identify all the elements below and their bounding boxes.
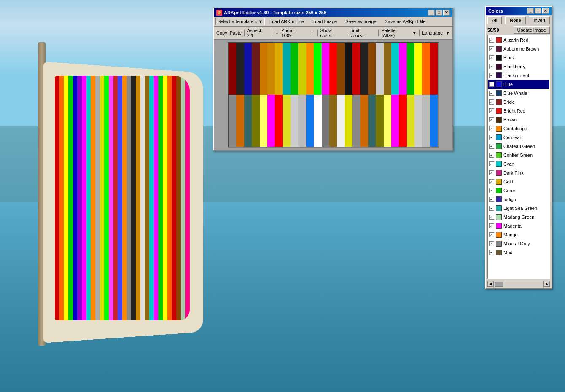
canvas-stripe (275, 95, 282, 147)
color-checkbox[interactable]: ✓ (489, 73, 494, 78)
limit-colors-btn[interactable]: Limit colors... (350, 28, 376, 38)
color-list-item[interactable]: ✓Brown (488, 115, 549, 124)
titlebar-controls[interactable]: _ □ ✕ (428, 10, 450, 16)
template-select[interactable]: Select a template... ▼ (215, 18, 265, 25)
copy-label[interactable]: Copy (216, 30, 227, 35)
colors-close-button[interactable]: ✕ (542, 8, 549, 14)
color-list-item[interactable]: ✓Madang Green (488, 212, 549, 221)
color-checkbox[interactable]: ✓ (489, 188, 494, 193)
load-image-btn[interactable]: Load Image (309, 18, 341, 25)
update-image-button[interactable]: Update image (514, 26, 550, 34)
none-button[interactable]: None (505, 16, 525, 24)
colors-minimize-button[interactable]: _ (527, 8, 534, 14)
scroll-right-arrow[interactable]: ▶ (544, 281, 550, 287)
color-list-item[interactable]: ✓Dark Pink (488, 168, 549, 177)
color-list-item[interactable]: ✓Cerulean (488, 133, 549, 142)
language-btn[interactable]: Language (422, 30, 443, 35)
save-image-btn[interactable]: Save as Image (342, 18, 380, 25)
color-list-item[interactable]: ✓Chateau Green (488, 142, 549, 150)
paste-label[interactable]: Paste (230, 30, 242, 35)
color-list-item[interactable]: ✓Blackberry (488, 62, 549, 71)
palette-arrow: ▼ (412, 30, 417, 35)
color-list-item[interactable]: ✓Bright Red (488, 106, 549, 115)
color-checkbox[interactable]: ✓ (489, 55, 494, 60)
zoom-minus[interactable]: - (275, 30, 279, 35)
color-list-item[interactable]: ✓Conifer Green (488, 150, 549, 159)
canvas-stripe (368, 43, 376, 95)
color-list-item[interactable]: ✓Mud (488, 248, 549, 257)
color-list-item[interactable]: ✓Blackcurrant (488, 71, 549, 80)
color-list-item[interactable]: ✓Blue Whale (488, 89, 549, 97)
color-checkbox[interactable]: ✓ (489, 46, 494, 51)
color-checkbox[interactable]: ✓ (489, 38, 494, 43)
canvas-stripe (314, 95, 321, 147)
canvas-stripe (314, 43, 321, 95)
close-button[interactable]: ✕ (443, 10, 450, 16)
sail-stripe (64, 76, 68, 320)
palette-btn[interactable]: Palette (Atlas) (381, 28, 409, 38)
color-checkbox[interactable]: ✓ (489, 197, 494, 202)
color-checkbox[interactable]: ✓ (489, 91, 494, 96)
color-list-item[interactable]: ✓Green (488, 186, 549, 195)
color-checkbox[interactable]: ✓ (489, 82, 494, 87)
sail-stripe (181, 76, 186, 320)
color-list-item[interactable]: ✓Magenta (488, 221, 549, 230)
color-list-item[interactable]: ✓Alizarin Red (488, 35, 549, 44)
color-list-item[interactable]: ✓Cyan (488, 159, 549, 168)
canvas-stripe (399, 95, 406, 147)
h-scrollbar[interactable] (493, 281, 544, 287)
invert-button[interactable]: Invert (529, 16, 550, 24)
sail-stripe (122, 76, 127, 320)
color-checkbox[interactable]: ✓ (489, 153, 494, 158)
sail-stripe (95, 76, 100, 320)
color-checkbox[interactable]: ✓ (489, 108, 494, 113)
color-list-item[interactable]: ✓Cantaloupe (488, 124, 549, 133)
color-checkbox[interactable]: ✓ (489, 161, 494, 166)
color-list-item[interactable]: ✓Light Sea Green (488, 204, 549, 212)
color-name-label: Dark Pink (503, 170, 524, 175)
color-checkbox[interactable]: ✓ (489, 126, 494, 131)
colors-titlebar-controls[interactable]: _ □ ✕ (527, 8, 549, 14)
color-swatch (496, 143, 502, 149)
h-scroll-thumb[interactable] (495, 282, 503, 287)
color-list-item[interactable]: ✓Mango (488, 230, 549, 239)
color-checkbox[interactable]: ✓ (489, 135, 494, 140)
color-checkbox[interactable]: ✓ (489, 64, 494, 69)
all-button[interactable]: All (487, 16, 502, 24)
save-arkpnt-btn[interactable]: Save as ARKpnt file (381, 18, 430, 25)
color-list-item[interactable]: ✓Mineral Gray (488, 239, 549, 248)
maximize-button[interactable]: □ (436, 10, 442, 16)
colors-scrollbar[interactable]: ◀ ▶ (487, 281, 550, 287)
color-checkbox[interactable]: ✓ (489, 99, 494, 105)
scroll-left-arrow[interactable]: ◀ (487, 281, 493, 287)
color-checkbox[interactable]: ✓ (489, 223, 494, 228)
color-checkbox[interactable]: ✓ (489, 144, 494, 149)
color-checkbox[interactable]: ✓ (489, 215, 494, 220)
color-checkbox[interactable]: ✓ (489, 250, 494, 255)
color-list-item[interactable]: ✓Brick (488, 97, 549, 106)
color-checkbox[interactable]: ✓ (489, 170, 494, 175)
color-checkbox[interactable]: ✓ (489, 241, 494, 246)
editor-title: ARKpnt Editor v1.30 - Template size: 256… (224, 10, 326, 15)
color-checkbox[interactable]: ✓ (489, 117, 494, 122)
color-list-item[interactable]: ✓Blue (488, 80, 549, 89)
colors-list[interactable]: ✓Alizarin Red✓Aubergine Brown✓Black✓Blac… (487, 35, 550, 279)
show-costs-btn[interactable]: Show costs... (320, 28, 347, 38)
color-list-item[interactable]: ✓Indigo (488, 195, 549, 204)
load-arkpnt-btn[interactable]: Load ARKpnt file (266, 18, 308, 25)
minimize-button[interactable]: _ (428, 10, 435, 16)
color-checkbox[interactable]: ✓ (489, 232, 494, 237)
color-name-label: Alizarin Red (503, 38, 528, 43)
canvas-stripe (407, 95, 414, 147)
color-swatch (496, 126, 502, 132)
color-list-item[interactable]: ✓Aubergine Brown (488, 44, 549, 53)
color-list-item[interactable]: ✓Black (488, 53, 549, 62)
color-list-item[interactable]: ✓Gold (488, 177, 549, 186)
color-checkbox[interactable]: ✓ (489, 206, 494, 211)
canvas-stripe (298, 95, 306, 147)
color-name-label: Indigo (503, 197, 516, 202)
colors-maximize-button[interactable]: □ (535, 8, 541, 14)
color-checkbox[interactable]: ✓ (489, 179, 494, 184)
zoom-plus[interactable]: + (309, 30, 315, 35)
colors-title: Colors (488, 8, 503, 13)
